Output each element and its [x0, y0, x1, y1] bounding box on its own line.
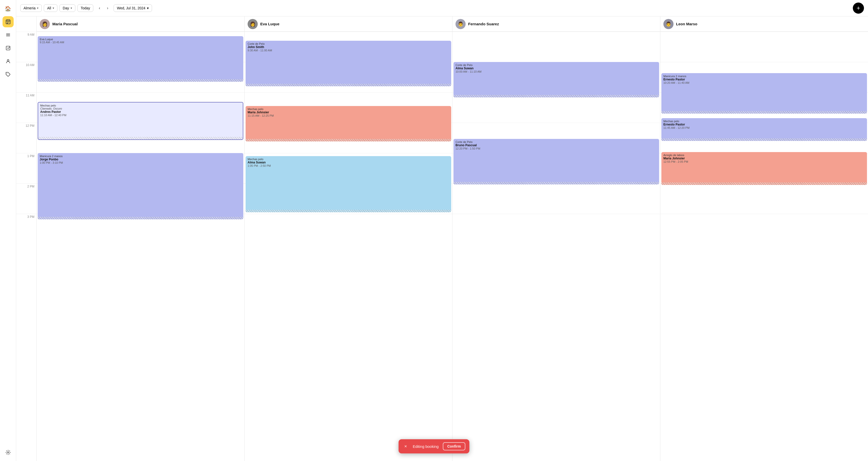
- appointment-block[interactable]: Arreglo de labiosMaria Johnsier12:55 PM …: [661, 152, 867, 185]
- hour-line-0: [453, 32, 660, 62]
- hatch-indicator: [246, 139, 451, 142]
- today-button[interactable]: Today: [78, 4, 93, 12]
- settings-icon[interactable]: [3, 447, 14, 458]
- location-label: Almeria: [24, 6, 35, 10]
- hatch-indicator: [38, 79, 243, 82]
- staff-name: Maria Pascual: [52, 22, 78, 26]
- svg-rect-7: [7, 23, 8, 24]
- confirm-button[interactable]: Confirm: [443, 442, 465, 450]
- person-icon[interactable]: [3, 56, 14, 67]
- appointment-block[interactable]: Manicura 2 manosJorge Ponbo1:00 PM - 3:1…: [38, 153, 243, 219]
- location-select[interactable]: Almeria ▾: [20, 4, 42, 12]
- filter-select[interactable]: All ▾: [44, 4, 57, 12]
- location-chevron: ▾: [37, 6, 38, 10]
- editing-bar: ✕ Editing booking Confirm: [399, 439, 469, 453]
- time-10am: 10 AM: [16, 62, 36, 92]
- home-icon[interactable]: 🏠: [3, 3, 14, 14]
- time-1pm: 1 PM: [16, 153, 36, 183]
- nav-arrows: ‹ ›: [95, 4, 112, 12]
- staff-body-3: Manicura 2 manosErnesto Pastor10:20 AM -…: [660, 32, 868, 244]
- view-label: Day: [63, 6, 69, 10]
- filter-label: All: [47, 6, 51, 10]
- staff-avatar: 👨: [663, 19, 674, 29]
- today-label: Today: [81, 6, 90, 10]
- staff-avatar: 👩: [248, 19, 258, 29]
- add-button[interactable]: +: [853, 3, 864, 14]
- svg-point-14: [7, 452, 9, 453]
- hatch-indicator: [661, 111, 867, 114]
- prev-arrow[interactable]: ‹: [95, 4, 103, 12]
- editing-bar-message: Editing booking: [413, 444, 439, 449]
- staff-body-2: Corte de PeloAlma Suwan10:00 AM - 11:10 …: [453, 32, 660, 244]
- hatch-indicator: [246, 84, 451, 86]
- appointment-block[interactable]: Corte de PeloAlma Suwan10:00 AM - 11:10 …: [454, 62, 659, 97]
- staff-header-3: 👨Leon Marso: [660, 17, 868, 32]
- main-area: Almeria ▾ All ▾ Day ▾ Today ‹ › Wed, Jul…: [16, 0, 868, 461]
- date-display[interactable]: Wed, Jul 31, 2024 ▾: [114, 4, 152, 12]
- hour-line-6: [453, 214, 660, 244]
- appointment-block[interactable]: Manicura 2 manosErnesto Pastor10:20 AM -…: [661, 73, 867, 114]
- staff-avatar: 👩: [40, 19, 50, 29]
- staff-columns: 👩Maria PascualEva Luque9:15 AM - 10:45 A…: [36, 17, 868, 461]
- staff-avatar: 👨: [456, 19, 466, 29]
- time-column: 9 AM 10 AM 11 AM 12 PM 1 PM 2 PM 3 PM: [16, 17, 36, 461]
- appointment-block[interactable]: Mechas peloAlma Suwan1:05 PM - 2:50 PM: [246, 156, 451, 212]
- appointment-block[interactable]: Mechas peloClareado, OscuroAndres Pastor…: [38, 102, 243, 140]
- staff-name: Leon Marso: [676, 22, 697, 26]
- tasks-icon[interactable]: [3, 42, 14, 54]
- staff-header-1: 👩Eva Luque: [245, 17, 452, 32]
- svg-rect-11: [6, 46, 10, 50]
- appointment-block[interactable]: Eva Luque9:15 AM - 10:45 AM: [38, 36, 243, 82]
- svg-rect-6: [8, 22, 9, 23]
- staff-body-0: Eva Luque9:15 AM - 10:45 AMMechas peloCl…: [37, 32, 244, 244]
- hour-line-0: [660, 32, 868, 62]
- hatch-indicator: [38, 217, 243, 219]
- hatch-indicator: [661, 139, 867, 141]
- hour-line-5: [660, 183, 868, 214]
- sidebar: 🏠: [0, 0, 16, 461]
- calendar-area: 9 AM 10 AM 11 AM 12 PM 1 PM 2 PM 3 PM 👩M…: [16, 17, 868, 461]
- time-11am: 11 AM: [16, 92, 36, 123]
- date-label: Wed, Jul 31, 2024: [117, 6, 146, 10]
- staff-column-0: 👩Maria PascualEva Luque9:15 AM - 10:45 A…: [36, 17, 244, 461]
- editing-bar-close[interactable]: ✕: [403, 443, 409, 449]
- time-2pm: 2 PM: [16, 183, 36, 214]
- next-arrow[interactable]: ›: [103, 4, 112, 12]
- list-icon[interactable]: [3, 29, 14, 40]
- svg-rect-0: [6, 20, 10, 24]
- staff-header-0: 👩Maria Pascual: [37, 17, 244, 32]
- hatch-indicator: [661, 182, 867, 185]
- staff-name: Fernando Suarez: [468, 22, 499, 26]
- staff-name: Eva Luque: [260, 22, 279, 26]
- appointment-block[interactable]: Corte de PeloBruno Pascual12:20 PM - 1:5…: [454, 139, 659, 184]
- date-chevron: ▾: [147, 6, 149, 10]
- time-3pm: 3 PM: [16, 214, 36, 244]
- staff-column-2: 👨Fernando SuarezCorte de PeloAlma Suwan1…: [452, 17, 660, 461]
- hour-line-6: [660, 214, 868, 244]
- hour-line-6: [245, 214, 452, 244]
- calendar-icon[interactable]: [3, 16, 14, 27]
- hatch-indicator: [38, 137, 243, 140]
- staff-body-1: Corte de PeloJohn Smith9:30 AM - 11:00 A…: [245, 32, 452, 244]
- time-9am: 9 AM: [16, 32, 36, 62]
- hatch-indicator: [246, 210, 451, 212]
- appointment-block[interactable]: Mechas peloMaria Johnsier11:15 AM - 12:2…: [246, 106, 451, 142]
- hatch-indicator: [454, 95, 659, 97]
- staff-header-2: 👨Fernando Suarez: [453, 17, 660, 32]
- appointment-block[interactable]: Mechas peloErnesto Pastor11:45 AM - 12:2…: [661, 118, 867, 141]
- hatch-indicator: [454, 182, 659, 184]
- time-12pm: 12 PM: [16, 123, 36, 153]
- view-chevron: ▾: [70, 6, 72, 10]
- staff-column-3: 👨Leon MarsoManicura 2 manosErnesto Pasto…: [660, 17, 868, 461]
- svg-point-12: [7, 59, 9, 61]
- svg-rect-5: [7, 22, 8, 23]
- hour-line-5: [453, 183, 660, 214]
- toolbar: Almeria ▾ All ▾ Day ▾ Today ‹ › Wed, Jul…: [16, 0, 868, 17]
- view-select[interactable]: Day ▾: [59, 4, 75, 12]
- appointment-block[interactable]: Corte de PeloJohn Smith9:30 AM - 11:00 A…: [246, 41, 451, 86]
- tag-icon[interactable]: [3, 69, 14, 80]
- filter-chevron: ▾: [53, 6, 54, 10]
- staff-column-1: 👩Eva LuqueCorte de PeloJohn Smith9:30 AM…: [244, 17, 452, 461]
